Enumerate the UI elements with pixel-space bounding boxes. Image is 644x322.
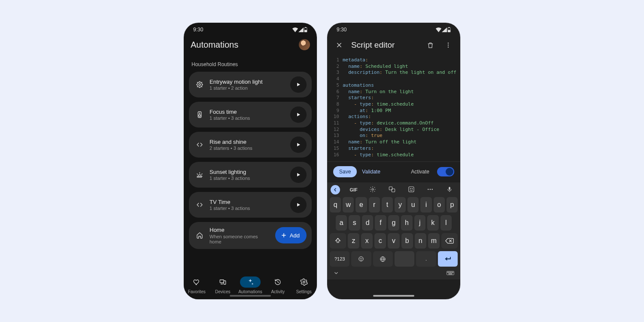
play-button[interactable]: [290, 197, 307, 213]
key-h[interactable]: h: [401, 215, 412, 231]
routine-text: Entryway motion light1 starter • 2 actio…: [210, 79, 285, 91]
key-x[interactable]: x: [361, 233, 373, 249]
svg-rect-13: [448, 28, 450, 30]
routine-card[interactable]: TV Time1 starter • 3 actions: [189, 192, 312, 218]
add-label: Add: [290, 232, 300, 239]
key-i[interactable]: i: [420, 197, 431, 213]
nav-label: Settings: [296, 289, 312, 294]
nav-pill: [186, 276, 207, 288]
battery-icon: [447, 27, 451, 32]
backspace-key[interactable]: [441, 233, 458, 249]
key-c[interactable]: c: [374, 233, 386, 249]
key-u[interactable]: u: [407, 197, 419, 213]
enter-key[interactable]: [438, 251, 458, 267]
svg-rect-36: [452, 272, 452, 273]
keyboard-bottom-bar: [330, 269, 458, 276]
play-button[interactable]: [290, 137, 307, 153]
more-button[interactable]: [442, 39, 454, 51]
svg-rect-8: [220, 279, 224, 283]
routine-card[interactable]: Sunset lighting1 starter • 3 actions: [189, 162, 312, 188]
nav-item-devices[interactable]: Devices: [213, 276, 233, 294]
avatar[interactable]: [299, 39, 310, 50]
validate-button[interactable]: Validate: [362, 169, 380, 175]
key-y[interactable]: y: [395, 197, 406, 213]
close-button[interactable]: [333, 39, 345, 51]
routine-card[interactable]: Entryway motion light1 starter • 2 actio…: [189, 72, 312, 97]
keyboard-more-button[interactable]: [425, 186, 436, 194]
svg-point-16: [448, 46, 449, 47]
routine-card[interactable]: Focus time1 starter • 3 actions: [189, 102, 312, 128]
code-line: on: true: [343, 133, 460, 139]
keyboard-icon[interactable]: [447, 270, 454, 276]
sticker-button[interactable]: [406, 186, 417, 194]
chevron-down-icon[interactable]: [333, 270, 339, 276]
key-l[interactable]: l: [440, 215, 452, 231]
key-n[interactable]: n: [415, 233, 426, 249]
routine-title: Sunset lighting: [210, 169, 285, 176]
gif-button[interactable]: GIF: [348, 187, 359, 192]
more-vert-icon: [445, 42, 452, 49]
mic-button[interactable]: [444, 186, 455, 194]
key-r[interactable]: r: [369, 197, 380, 213]
keyboard-back-button[interactable]: [331, 185, 340, 194]
routine-card[interactable]: HomeWhen someone comes homeAdd: [189, 222, 312, 249]
key-q[interactable]: q: [330, 197, 341, 213]
key-k[interactable]: k: [427, 215, 438, 231]
routine-icon: [195, 110, 204, 119]
status-icons: [292, 27, 307, 32]
editor-header: Script editor: [327, 36, 460, 55]
keyboard-settings-button[interactable]: [367, 186, 378, 194]
routine-card[interactable]: Rise and shine2 starters • 3 actions: [189, 132, 312, 158]
key-e[interactable]: e: [355, 197, 367, 213]
code-line: devices: Desk light - Office: [343, 127, 460, 133]
nav-item-favorites[interactable]: Favorites: [186, 276, 207, 294]
nav-item-automations[interactable]: Automations: [238, 276, 262, 294]
code-editor[interactable]: 12345678910111213141516 metadata: name: …: [327, 55, 460, 161]
activate-switch[interactable]: [437, 167, 454, 176]
key-w[interactable]: w: [343, 197, 354, 213]
save-button[interactable]: Save: [333, 166, 357, 177]
play-button[interactable]: [290, 167, 307, 183]
space-key[interactable]: [395, 251, 414, 267]
key-g[interactable]: g: [388, 215, 399, 231]
key-d[interactable]: d: [362, 215, 373, 231]
shift-key[interactable]: [330, 233, 346, 249]
key-t[interactable]: t: [382, 197, 393, 213]
nav-pill: [267, 276, 288, 288]
key-v[interactable]: v: [388, 233, 399, 249]
svg-point-10: [303, 281, 305, 283]
keyboard[interactable]: GIF qwertyuiop asdfghjkl zxcvbnm ?123.: [327, 182, 460, 279]
symbols-key[interactable]: ?123: [330, 251, 349, 267]
status-icons: [436, 27, 451, 32]
play-icon: [295, 112, 301, 118]
play-button[interactable]: [290, 76, 307, 93]
code-line: automations: [343, 82, 460, 89]
language-key[interactable]: [373, 251, 393, 267]
key-f[interactable]: f: [375, 215, 386, 231]
key-s[interactable]: s: [349, 215, 360, 231]
nav-item-activity[interactable]: Activity: [267, 276, 288, 294]
key-z[interactable]: z: [348, 233, 359, 249]
svg-point-23: [428, 189, 428, 190]
add-button[interactable]: Add: [275, 227, 307, 243]
globe-icon: [380, 256, 386, 262]
key-o[interactable]: o: [434, 197, 445, 213]
svg-rect-12: [449, 27, 450, 28]
key-j[interactable]: j: [414, 215, 425, 231]
key-m[interactable]: m: [428, 233, 440, 249]
translate-button[interactable]: [386, 186, 398, 194]
key-b[interactable]: b: [401, 233, 413, 249]
play-icon: [295, 202, 301, 208]
automations-body: Household Routines Entryway motion light…: [184, 54, 317, 269]
play-button[interactable]: [290, 106, 307, 123]
svg-point-25: [432, 189, 433, 190]
key-p[interactable]: p: [447, 197, 458, 213]
code-line: at: 1:00 PM: [343, 108, 460, 114]
cell-signal-icon: [298, 27, 304, 32]
key-a[interactable]: a: [336, 215, 347, 231]
nav-item-settings[interactable]: Settings: [294, 276, 314, 294]
emoji-key[interactable]: [351, 251, 371, 267]
delete-button[interactable]: [424, 39, 436, 51]
routine-title: TV Time: [210, 199, 285, 206]
period-key[interactable]: .: [416, 251, 436, 267]
